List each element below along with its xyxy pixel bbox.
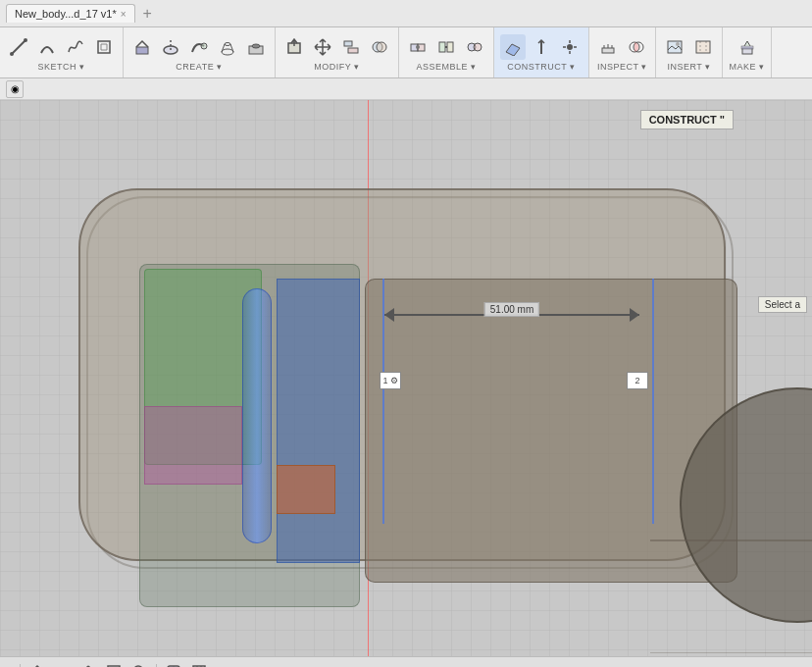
insert-group-label: INSERT ▾ bbox=[667, 62, 710, 72]
construct-tools-row bbox=[500, 34, 583, 60]
svg-line-10 bbox=[230, 44, 233, 52]
svg-point-27 bbox=[567, 44, 573, 50]
svg-point-8 bbox=[225, 42, 230, 45]
add-tab-button[interactable]: + bbox=[139, 5, 156, 23]
toolbar-group-create: CREATE ▾ bbox=[124, 27, 276, 77]
blue-cylinder bbox=[242, 288, 272, 543]
create-group-label: CREATE ▾ bbox=[176, 62, 222, 72]
subtoolbar-button-1[interactable]: ◉ bbox=[6, 80, 24, 98]
vertical-dim-line-right bbox=[652, 279, 654, 524]
toolbar-group-inspect: INSPECT ▾ bbox=[589, 27, 656, 77]
assemble-tools-row bbox=[405, 34, 487, 60]
svg-point-7 bbox=[222, 49, 233, 55]
device-body: 51.00 mm 1 ⚙ 2 bbox=[78, 188, 726, 561]
assemble-group-label: ASSEMBLE ▾ bbox=[416, 62, 476, 72]
svg-rect-32 bbox=[602, 48, 614, 53]
subtoolbar: ◉ bbox=[0, 78, 812, 100]
svg-point-6 bbox=[201, 43, 207, 49]
dimension-line: 51.00 mm bbox=[384, 306, 639, 326]
inner-h-line bbox=[650, 652, 812, 653]
create-hole-button[interactable] bbox=[243, 34, 269, 60]
zoom-button[interactable] bbox=[128, 661, 150, 668]
svg-rect-44 bbox=[741, 46, 753, 49]
make-3dprint-button[interactable] bbox=[735, 34, 760, 60]
create-revolve-button[interactable] bbox=[158, 34, 183, 60]
toolbar-group-construct: CONSTRUCT ▾ bbox=[494, 27, 589, 77]
grid-toggle-button[interactable] bbox=[188, 661, 210, 668]
svg-rect-21 bbox=[439, 42, 445, 52]
svg-point-20 bbox=[416, 45, 420, 49]
toolbar-group-make: MAKE ▾ bbox=[723, 27, 772, 77]
create-loft-button[interactable] bbox=[215, 34, 240, 60]
insert-canvas-button[interactable] bbox=[690, 34, 716, 60]
construct-group-label: CONSTRUCT ▾ bbox=[507, 62, 575, 72]
titlebar: New_body...d_17 v1* × + bbox=[0, 0, 812, 27]
svg-line-9 bbox=[222, 44, 225, 52]
svg-point-2 bbox=[24, 38, 27, 42]
modify-align-button[interactable] bbox=[338, 34, 364, 60]
sketch-tools-row bbox=[6, 34, 117, 60]
svg-point-17 bbox=[377, 42, 386, 52]
viewport[interactable]: 51.00 mm 1 ⚙ 2 Select a CONSTRUCT " bbox=[0, 100, 812, 656]
svg-point-39 bbox=[676, 42, 680, 46]
assemble-joint-button[interactable] bbox=[405, 34, 431, 60]
toolbar-group-sketch: SKETCH ▾ bbox=[0, 27, 124, 77]
svg-line-0 bbox=[12, 40, 25, 54]
modify-group-label: MODIFY ▾ bbox=[314, 62, 359, 72]
orbit-button[interactable] bbox=[52, 661, 74, 668]
main-toolbar: SKETCH ▾ CREATE ▾ bbox=[0, 27, 812, 78]
dimension-label: 51.00 mm bbox=[484, 302, 539, 317]
pink-component bbox=[144, 406, 242, 485]
toolbar-spacer bbox=[772, 27, 812, 77]
sketch-spline-button[interactable] bbox=[63, 34, 88, 60]
inspect-group-label: INSPECT ▾ bbox=[597, 62, 647, 72]
dim-arrow-right bbox=[630, 308, 639, 322]
pan-button[interactable] bbox=[77, 661, 99, 668]
circle-element bbox=[680, 387, 812, 623]
make-group-label: MAKE ▾ bbox=[729, 62, 764, 72]
midpoint-marker-left: 1 ⚙ bbox=[380, 372, 401, 389]
svg-rect-14 bbox=[344, 41, 352, 46]
inspect-measure-button[interactable] bbox=[595, 34, 621, 60]
sketch-arc-button[interactable] bbox=[34, 34, 60, 60]
toolbar-group-insert: INSERT ▾ bbox=[656, 27, 723, 77]
modify-combine-button[interactable] bbox=[367, 34, 392, 60]
create-sweep-button[interactable] bbox=[186, 34, 212, 60]
home-button[interactable] bbox=[26, 661, 48, 668]
bottom-separator-1 bbox=[20, 664, 21, 668]
modify-press-button[interactable] bbox=[281, 34, 307, 60]
assemble-rigid-button[interactable] bbox=[433, 34, 459, 60]
active-tab[interactable]: New_body...d_17 v1* × bbox=[6, 4, 135, 23]
create-extrude-button[interactable] bbox=[129, 34, 155, 60]
select-all-button[interactable]: Select a bbox=[758, 296, 807, 313]
tab-label: New_body...d_17 v1* bbox=[15, 8, 117, 20]
svg-rect-22 bbox=[447, 42, 453, 52]
perspective-button[interactable] bbox=[214, 661, 235, 668]
construct-axis-button[interactable] bbox=[529, 34, 554, 60]
zoom-fit-button[interactable] bbox=[103, 661, 125, 668]
inspect-tools-row bbox=[595, 34, 649, 60]
close-tab-button[interactable]: × bbox=[121, 9, 127, 20]
sketch-line-button[interactable] bbox=[6, 34, 31, 60]
insert-image-button[interactable] bbox=[662, 34, 687, 60]
display-mode-button[interactable] bbox=[163, 661, 184, 668]
assemble-contact-button[interactable] bbox=[462, 34, 487, 60]
toolbar-group-modify: MODIFY ▾ bbox=[276, 27, 399, 77]
svg-point-25 bbox=[474, 43, 482, 51]
insert-tools-row bbox=[662, 34, 716, 60]
svg-rect-40 bbox=[696, 41, 710, 53]
svg-point-12 bbox=[252, 44, 260, 48]
svg-rect-3 bbox=[136, 47, 148, 54]
construct-point-button[interactable] bbox=[557, 34, 583, 60]
horizontal-separator bbox=[650, 539, 812, 541]
inspect-interference-button[interactable] bbox=[624, 34, 649, 60]
pcb-element bbox=[277, 279, 360, 563]
construct-plane-button[interactable] bbox=[500, 34, 526, 60]
sketch-offset-button[interactable] bbox=[91, 34, 117, 60]
model-container: 51.00 mm 1 ⚙ 2 bbox=[29, 129, 775, 620]
modify-move-button[interactable] bbox=[310, 34, 335, 60]
modify-tools-row bbox=[281, 34, 392, 60]
sketch-group-label: SKETCH ▾ bbox=[37, 62, 84, 72]
bottom-separator-2 bbox=[156, 664, 157, 668]
construct-tooltip: CONSTRUCT " bbox=[640, 110, 734, 129]
